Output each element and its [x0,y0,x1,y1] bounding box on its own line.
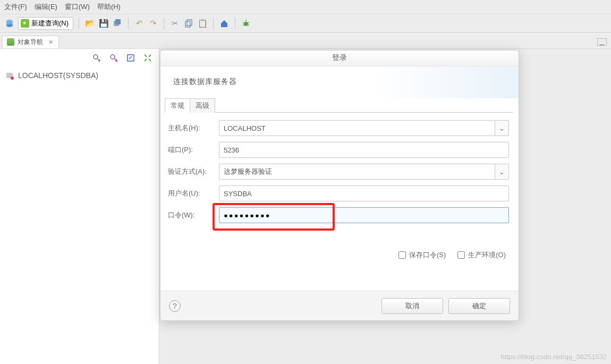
svg-point-18 [115,60,117,62]
object-nav-icon [7,38,14,46]
cut-icon[interactable]: ✂ [169,18,180,29]
separator [235,18,235,29]
save-password-checkbox[interactable]: 保存口令(S) [398,250,446,260]
user-input[interactable] [219,185,509,201]
redo-icon[interactable]: ↷ [148,18,158,29]
menubar: 文件(F) 编辑(E) 窗口(W) 帮助(H) [0,0,611,14]
dialog-footer: ? 取消 确定 [160,291,519,320]
save-password-input[interactable] [398,251,406,259]
watermark: https://blog.csdn.net/qq_36251532 [501,353,607,361]
home-icon[interactable] [219,18,230,29]
svg-line-11 [243,24,244,26]
connection-tree: LOCALHOST(SYSDBA) [0,67,159,84]
undo-icon[interactable]: ↶ [134,18,145,29]
label-auth: 验证方式(A): [166,167,219,176]
svg-rect-4 [115,19,121,24]
auth-dropdown-icon[interactable]: ⌄ [495,164,509,180]
menu-window[interactable]: 窗口(W) [65,2,90,12]
svg-rect-5 [185,21,190,27]
panel-tab-object-nav[interactable]: 对象导航 ✕ [2,36,59,48]
prod-env-checkbox[interactable]: 生产环境(O) [457,250,506,260]
login-form: 主机名(H): ⌄ 端口(P): 验证方式(A): ⌄ 用户名(U): [160,113,519,232]
label-user: 用户名(U): [166,189,219,198]
menu-help[interactable]: 帮助(H) [97,2,121,12]
new-query-label: 新建查询(N) [31,19,69,28]
dialog-title: 登录 [160,50,519,66]
panel-tab-label: 对象导航 [18,38,43,47]
auth-select[interactable] [219,164,495,180]
menu-edit[interactable]: 编辑(E) [35,2,57,12]
copy-icon[interactable] [183,18,194,29]
svg-line-10 [248,22,249,23]
save-icon[interactable]: 💾 [98,18,109,29]
minimize-panel-icon[interactable] [597,38,607,46]
sql-icon [21,19,29,28]
save-all-icon[interactable] [112,18,123,29]
connect-db-icon[interactable] [4,18,15,29]
open-folder-icon[interactable]: 📂 [84,18,95,29]
separator [128,18,129,29]
cancel-button[interactable]: 取消 [381,298,443,314]
tab-general[interactable]: 常规 [165,98,190,113]
separator [213,18,214,29]
login-dialog: 登录 连接数据库服务器 常规 高级 主机名(H): ⌄ 端口(P): 验证方式(… [160,50,519,321]
prod-env-label: 生产环境(O) [468,250,506,260]
port-input[interactable] [219,142,509,158]
separator [164,18,164,29]
paste-icon[interactable]: 📋 [197,18,208,29]
separator [79,18,79,29]
tree-item-label: LOCALHOST(SYSDBA) [18,71,98,80]
host-input[interactable] [219,120,495,136]
svg-line-12 [248,24,249,26]
new-query-button[interactable]: 新建查询(N) [18,17,73,30]
dialog-header: 连接数据库服务器 [160,66,519,98]
close-panel-icon[interactable]: ✕ [48,39,53,46]
server-offline-icon [5,71,14,80]
debug-icon[interactable] [241,18,251,29]
panel-toolbar [0,49,159,67]
svg-point-15 [98,60,100,62]
help-icon[interactable]: ? [169,300,181,312]
toolbar: 新建查询(N) 📂 💾 ↶ ↷ ✂ 📋 [0,14,611,33]
password-input[interactable] [219,207,509,223]
menu-file[interactable]: 文件(F) [4,2,27,12]
dialog-checkboxes: 保存口令(S) 生产环境(O) [160,232,519,262]
svg-point-2 [6,24,13,27]
svg-rect-6 [187,20,192,26]
prod-env-input[interactable] [457,251,465,259]
find-disconnected-icon[interactable] [109,53,118,63]
label-host: 主机名(H): [166,123,219,133]
dialog-tabs: 常规 高级 [165,98,513,113]
tab-advanced[interactable]: 高级 [190,98,215,113]
label-password: 口令(W): [166,210,219,220]
save-password-label: 保存口令(S) [409,250,446,260]
host-dropdown-icon[interactable]: ⌄ [495,120,509,136]
find-connection-icon[interactable] [92,53,101,63]
label-port: 端口(P): [166,145,219,155]
tree-item-localhost[interactable]: LOCALHOST(SYSDBA) [5,71,154,80]
svg-point-13 [94,55,98,59]
expand-all-icon[interactable] [143,53,152,63]
svg-line-9 [243,22,244,23]
svg-point-16 [111,55,115,59]
panel-tab-row: 对象导航 ✕ [0,35,611,49]
object-nav-panel: LOCALHOST(SYSDBA) [0,49,159,364]
edit-icon[interactable] [126,53,135,63]
ok-button[interactable]: 确定 [448,298,510,314]
svg-point-7 [244,22,248,26]
